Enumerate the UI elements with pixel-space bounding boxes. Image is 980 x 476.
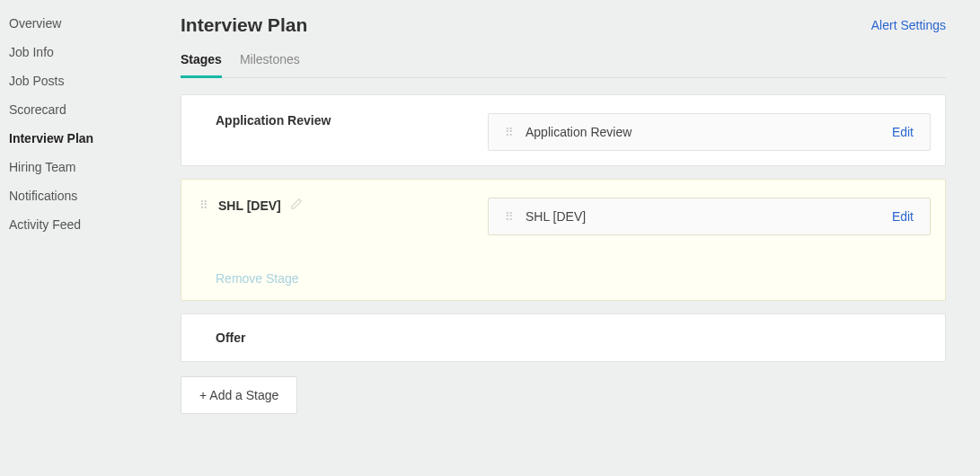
sidebar-item-activity-feed[interactable]: Activity Feed xyxy=(9,210,166,239)
sidebar-item-interview-plan[interactable]: Interview Plan xyxy=(9,124,166,153)
remove-stage-link[interactable]: Remove Stage xyxy=(216,271,931,286)
sidebar-item-job-info[interactable]: Job Info xyxy=(9,38,166,66)
pencil-icon[interactable] xyxy=(290,198,303,213)
interview-row: ⠿ Application Review Edit xyxy=(488,113,931,151)
alert-settings-link[interactable]: Alert Settings xyxy=(871,18,946,32)
add-stage-button[interactable]: + Add a Stage xyxy=(181,376,297,414)
interview-label: SHL [DEV] xyxy=(525,209,586,224)
sidebar-item-overview[interactable]: Overview xyxy=(9,9,166,38)
tab-milestones[interactable]: Milestones xyxy=(240,52,300,77)
stage-title: Offer xyxy=(216,331,245,345)
drag-handle-icon[interactable]: ⠿ xyxy=(505,211,515,223)
sidebar-item-scorecard[interactable]: Scorecard xyxy=(9,95,166,124)
sidebar-item-job-posts[interactable]: Job Posts xyxy=(9,66,166,95)
stage-card-application-review: Application Review ⠿ Application Review … xyxy=(181,94,946,166)
edit-interview-link[interactable]: Edit xyxy=(892,125,914,139)
interview-label: Application Review xyxy=(525,125,631,139)
tab-stages[interactable]: Stages xyxy=(181,52,222,78)
sidebar: Overview Job Info Job Posts Scorecard In… xyxy=(0,0,166,476)
drag-handle-icon[interactable]: ⠿ xyxy=(199,199,209,211)
edit-interview-link[interactable]: Edit xyxy=(892,209,914,224)
drag-handle-icon[interactable]: ⠿ xyxy=(505,127,515,138)
stage-card-offer: Offer xyxy=(181,313,946,362)
stage-title: SHL [DEV] xyxy=(218,198,281,213)
sidebar-item-notifications[interactable]: Notifications xyxy=(9,181,166,210)
page-title: Interview Plan xyxy=(181,14,307,36)
stage-card-shl-dev: ⠿ SHL [DEV] ⠿ SHL [DEV] Edit xyxy=(181,179,946,301)
interview-row: ⠿ SHL [DEV] Edit xyxy=(488,198,931,235)
tabs: Stages Milestones xyxy=(181,52,946,78)
sidebar-item-hiring-team[interactable]: Hiring Team xyxy=(9,153,166,181)
main-content: Interview Plan Alert Settings Stages Mil… xyxy=(166,0,980,476)
stage-title: Application Review xyxy=(199,113,331,128)
